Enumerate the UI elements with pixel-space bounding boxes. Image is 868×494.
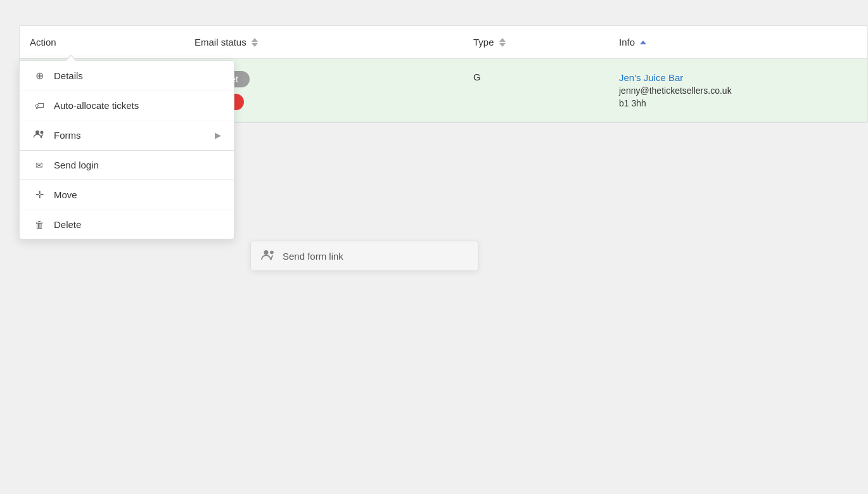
dropdown-menu: ⊕ Details 🏷 Auto-allocate tickets Forms … <box>19 60 234 239</box>
forms-icon <box>32 129 46 141</box>
dropdown-item-move[interactable]: ✛ Move <box>20 180 234 210</box>
search-plus-icon: ⊕ <box>32 70 46 82</box>
svg-point-3 <box>270 251 274 255</box>
col-header-info: Info <box>609 37 867 48</box>
dropdown-item-details[interactable]: ⊕ Details <box>20 61 234 91</box>
info-email: jenny@theticketsellers.co.uk <box>619 86 857 96</box>
svg-point-1 <box>41 131 44 134</box>
trash-icon: 🗑 <box>32 219 46 230</box>
dropdown-item-delete[interactable]: 🗑 Delete <box>20 210 234 239</box>
type-cell: G <box>463 59 609 122</box>
tag-icon: 🏷 <box>32 100 46 111</box>
submenu-label: Send form link <box>283 251 343 262</box>
move-icon: ✛ <box>32 189 46 201</box>
svg-point-0 <box>35 130 39 134</box>
table-header: Action Email status Type Info <box>20 26 867 59</box>
info-cell: Jen's Juice Bar jenny@theticketsellers.c… <box>609 59 867 122</box>
dropdown-item-send-login[interactable]: ✉ Send login <box>20 151 234 180</box>
svg-point-2 <box>264 250 269 255</box>
envelope-icon: ✉ <box>32 160 46 170</box>
submenu-panel[interactable]: Send form link <box>250 241 478 271</box>
forms-arrow-icon: ▶ <box>215 130 221 140</box>
forms-svg-icon <box>34 129 45 139</box>
info-code: b1 3hh <box>619 98 857 108</box>
dropdown-item-forms[interactable]: Forms ▶ <box>20 120 234 151</box>
email-status-sort-icon[interactable] <box>252 38 258 47</box>
dropdown-item-auto-allocate[interactable]: 🏷 Auto-allocate tickets <box>20 91 234 120</box>
type-sort-icon[interactable] <box>499 38 506 47</box>
col-header-type: Type <box>463 37 609 48</box>
dropdown-arrow <box>65 54 77 61</box>
info-sort-icon[interactable] <box>640 41 646 44</box>
submenu-users-svg <box>261 249 275 260</box>
col-header-action: Action <box>20 37 184 48</box>
submenu-users-icon <box>261 249 275 263</box>
info-name-link[interactable]: Jen's Juice Bar <box>619 72 857 83</box>
col-header-email-status: Email status <box>184 37 463 48</box>
